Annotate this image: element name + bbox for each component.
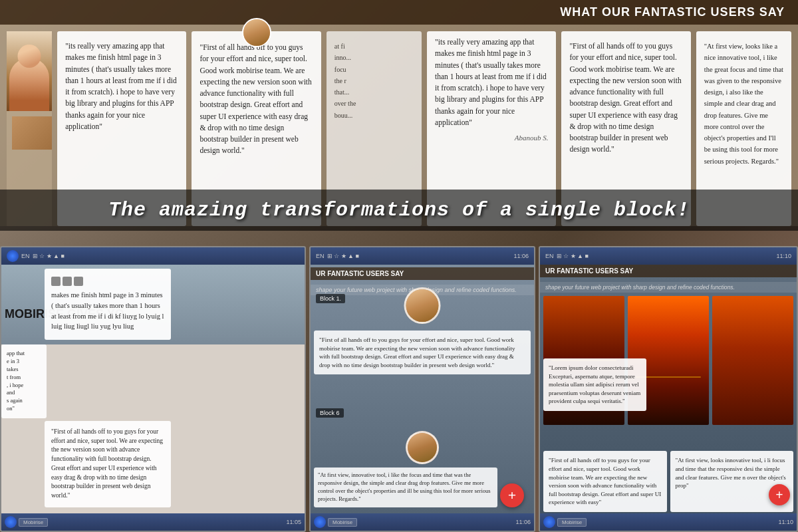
portrait-image (7, 31, 52, 111)
screen-center: EN ⊞ ☆ ★ ▲ ■ 11:06 UR FANTASTIC USERS SA… (309, 246, 535, 532)
toolbar-btn-3[interactable] (74, 277, 83, 286)
taskbar-item-left[interactable]: Mobirise (19, 518, 48, 527)
right-cards-row: "First of all hands off to you guys for … (543, 451, 793, 512)
screen-right: EN ⊞ ☆ ★ ▲ ■ 11:10 UR FANTASTIC USERS SA… (539, 246, 798, 532)
person-silhouette (9, 58, 49, 111)
start-orb-center[interactable] (314, 516, 326, 528)
screen-center-header: EN ⊞ ☆ ★ ▲ ■ 11:06 (311, 247, 534, 265)
screen-left-icons: ⊞ ☆ ★ ▲ ■ (33, 253, 65, 259)
center-card-top: "First of all hands off to you guys for … (314, 331, 531, 374)
overlay-title: The amazing transformations of a single … (0, 199, 798, 221)
taskbar-item-right[interactable]: Mobirise (557, 518, 587, 527)
right-tagline: shape your future web project with sharp… (540, 282, 797, 293)
right-header-text: UR FANTASTIC USERS SAY (540, 265, 797, 277)
start-orb-left[interactable] (5, 516, 17, 528)
toolbar-btn-2[interactable] (63, 277, 72, 286)
taskbar-right: Mobirise 11:10 (540, 513, 797, 531)
screen-left: EN ⊞ ☆ ★ ▲ ■ MOBIRISE GIVES YO app thate… (0, 246, 306, 532)
avatar-center-1 (404, 287, 441, 324)
right-time: 11:10 (776, 253, 791, 259)
taskbar-center: Mobirise 11:06 (311, 513, 534, 531)
testimonial-text-1: "its really very amazing app that makes … (65, 42, 177, 130)
edit-toolbar (51, 277, 164, 286)
header-bar: WHAT OUR FANTASTIC USERS SAY (0, 0, 798, 25)
bottom-section: EN ⊞ ☆ ★ ▲ ■ MOBIRISE GIVES YO app thate… (0, 246, 798, 532)
screen-left-inner: EN ⊞ ☆ ★ ▲ ■ MOBIRISE GIVES YO app thate… (1, 247, 305, 531)
right-card-1-text: "First of all hands off to you guys for … (549, 457, 661, 505)
testimonial-text-6: "At first view, looks like a nice innova… (704, 43, 783, 165)
center-time: 11:06 (513, 253, 529, 259)
center-lang: EN (316, 253, 325, 259)
block-label-6: Block 6 (316, 408, 344, 418)
right-card-2-text: "At first view, looks innovative tool, i… (676, 457, 786, 489)
testimonial-text-3-partial: at fiinno...focuthe rthat...over thebouu… (334, 43, 356, 119)
avatar-center-2 (406, 431, 439, 464)
plus-button-center[interactable]: + (500, 483, 524, 507)
testimonial-text-4: "its really very amazing app that makes … (435, 38, 547, 126)
taskbar-time-left: 11:05 (286, 519, 301, 525)
person-head (18, 45, 41, 68)
toolbar-btn-1[interactable] (51, 277, 61, 286)
sunset-panel-3 (712, 296, 793, 425)
center-card-bottom: "At first view, innovative tool, i like … (314, 467, 497, 507)
main-content-card: makes me finish html page in 3 minutes (… (45, 269, 171, 340)
block-label-1: Block 1. (316, 294, 345, 303)
plus-button-right[interactable]: + (769, 484, 790, 505)
bottom-left-card: "First of all hands off to you guys for … (45, 421, 171, 507)
screen-right-header: EN ⊞ ☆ ★ ▲ ■ 11:10 (540, 247, 797, 265)
testimonial-text-2: "First of all hands off to you guys for … (200, 43, 311, 154)
center-header-text: UR FANTASTIC USERS SAY (311, 267, 534, 280)
taskbar-left: Mobirise 11:05 (1, 513, 305, 531)
start-orb-right[interactable] (543, 516, 555, 528)
avatar-top-2 (242, 18, 271, 47)
testimonial-text-5: "First of all hands off to you guys for … (569, 42, 681, 153)
main-card-text: makes me finish html page in 3 minutes (… (51, 291, 164, 330)
bottom-left-card-text: "First of all hands off to you guys for … (51, 428, 163, 499)
right-icons: ⊞ ☆ ★ ▲ ■ (557, 253, 589, 259)
center-icons: ⊞ ☆ ★ ▲ ■ (327, 253, 359, 259)
lorem-card: "Lorem ipsum dolor consecteturadi Except… (543, 358, 646, 411)
card-name-1: Abanoub S. (435, 132, 548, 144)
right-lang: EN (545, 253, 554, 259)
snippet-card-left: app thate in 3takest from, i hopeands ag… (1, 344, 47, 418)
center-overlay: The amazing transformations of a single … (0, 190, 798, 231)
screen-left-header: EN ⊞ ☆ ★ ▲ ■ (1, 247, 305, 265)
screen-left-lang: EN (21, 253, 30, 259)
taskbar-time-center: 11:06 (515, 519, 531, 525)
lorem-text: "Lorem ipsum dolor consecteturadi Except… (549, 364, 640, 404)
windows-orb-left[interactable] (7, 250, 19, 262)
right-card-1: "First of all hands off to you guys for … (543, 451, 667, 512)
taskbar-item-center[interactable]: Mobirise (328, 518, 357, 527)
header-title: WHAT OUR FANTASTIC USERS SAY (560, 5, 785, 19)
taskbar-time-right: 11:10 (778, 519, 793, 525)
